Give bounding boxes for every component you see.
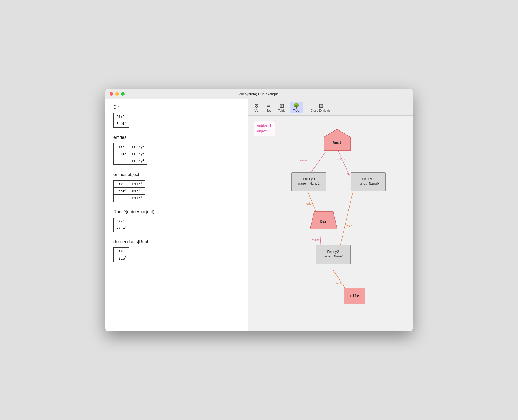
info-entries: entries: 3	[257, 123, 271, 129]
table-cell: File0	[114, 255, 129, 262]
table-label: Table	[278, 109, 285, 112]
section-label-entries-object: entries.object	[113, 172, 240, 177]
table-row: File0	[114, 255, 129, 262]
table-cell: Root0	[114, 187, 129, 194]
node-file: File	[344, 288, 365, 304]
txt-icon: ≡	[267, 103, 270, 108]
svg-text:Dir: Dir	[320, 219, 327, 224]
table-cell: Root0	[114, 120, 129, 127]
viz-icon: ⚙	[254, 103, 259, 108]
table-dir: Dir0 Root0	[113, 113, 129, 128]
table-cell: Dir0	[114, 143, 129, 150]
table-cell: Entry2	[129, 143, 147, 150]
table-cell: Root0	[114, 150, 129, 157]
table-row: Dir0 Entry2	[114, 143, 147, 150]
close-evaluator-icon: ⊞	[319, 103, 323, 108]
viz-button[interactable]: ⚙ Viz	[251, 102, 262, 113]
svg-text:Root: Root	[333, 141, 342, 145]
main-area: Dir Dir0 Root0 entries Dir0 Entry2 Root0…	[105, 99, 413, 331]
svg-text:entries: entries	[300, 159, 308, 162]
section-descendants-root: descendants[Root] Dir0 File0	[113, 239, 240, 262]
right-panel: ⚙ Viz ≡ Txt ⊞ Table 🌳 Tree ⊞	[248, 99, 413, 331]
svg-text:entries: entries	[337, 157, 345, 161]
table-row: Dir0	[114, 248, 129, 255]
tree-area: entries: 3 object: 3	[248, 116, 413, 331]
table-cell: File0	[129, 195, 145, 202]
table-row: Root0 Dir0	[114, 187, 145, 194]
table-cell: Dir0	[114, 113, 129, 120]
section-dir: Dir Dir0 Root0	[113, 105, 240, 128]
table-cell: Dir0	[129, 187, 145, 194]
svg-text:entries: entries	[312, 238, 319, 242]
table-entries-object: Dir0 File0 Root0 Dir0 File0	[113, 180, 145, 202]
section-label-entries: entries	[113, 135, 240, 140]
section-entries-object: entries.object Dir0 File0 Root0 Dir0 Fil…	[113, 172, 240, 202]
svg-text:object: object	[306, 202, 313, 205]
tree-label: Tree	[293, 109, 299, 112]
traffic-lights	[110, 92, 125, 96]
svg-line-5	[333, 269, 347, 291]
node-entry2: Entry2name: Name1	[316, 245, 351, 264]
node-entry0: Entry0name: Name1	[291, 172, 326, 191]
info-badge: entries: 3 object: 3	[254, 121, 275, 136]
table-entries: Dir0 Entry2 Root0 Entry0 Entry1	[113, 143, 147, 165]
svg-text:object: object	[334, 281, 341, 285]
table-row: Root0	[114, 120, 129, 127]
tree-button[interactable]: 🌳 Tree	[290, 102, 303, 113]
table-cell: Entry1	[129, 157, 147, 164]
table-row: File0	[114, 195, 145, 202]
table-cell: File0	[114, 225, 129, 232]
viz-label: Viz	[254, 109, 258, 112]
table-row: Entry1	[114, 157, 147, 164]
minimize-button[interactable]	[115, 92, 119, 96]
txt-label: Txt	[267, 109, 271, 112]
svg-marker-12	[324, 129, 351, 151]
toolbar-divider	[305, 103, 305, 112]
tree-icon: 🌳	[293, 103, 300, 108]
table-cell: File0	[129, 180, 145, 187]
table-button[interactable]: ⊞ Table	[275, 102, 288, 113]
close-button[interactable]	[110, 92, 113, 96]
svg-line-4	[340, 192, 353, 248]
maximize-button[interactable]	[121, 92, 125, 96]
window-title: (filesystem) Run example	[239, 92, 279, 96]
toolbar: ⚙ Viz ≡ Txt ⊞ Table 🌳 Tree ⊞	[248, 99, 413, 116]
table-descendants-root: Dir0 File0	[113, 247, 129, 262]
table-row: Root0 Entry0	[114, 150, 147, 157]
table-icon: ⊞	[279, 103, 284, 108]
app-window: (filesystem) Run example Dir Dir0 Root0 …	[105, 89, 413, 331]
table-row: Dir0 File0	[114, 180, 145, 187]
left-panel: Dir Dir0 Root0 entries Dir0 Entry2 Root0…	[105, 99, 248, 331]
close-evaluator-label: Close Evaluator	[311, 109, 332, 112]
table-row: File0	[114, 225, 129, 232]
node-root: Root	[324, 129, 351, 151]
close-evaluator-button[interactable]: ⊞ Close Evaluator	[308, 102, 335, 113]
svg-line-0	[309, 147, 329, 175]
table-row: Dir0	[114, 113, 129, 120]
svg-line-1	[336, 147, 349, 175]
section-entries: entries Dir0 Entry2 Root0 Entry0 Entry1	[113, 135, 240, 165]
table-root-entries-object: Dir0 File0	[113, 218, 129, 232]
node-dir: Dir	[310, 211, 337, 229]
svg-text:object: object	[346, 223, 353, 227]
text-cursor	[119, 274, 119, 278]
table-cell: Dir0	[114, 180, 129, 187]
table-cell: Entry0	[129, 150, 147, 157]
table-cell: Dir0	[114, 218, 129, 225]
svg-line-2	[308, 192, 316, 213]
txt-button[interactable]: ≡ Txt	[263, 102, 274, 113]
titlebar: (filesystem) Run example	[105, 89, 413, 99]
table-cell	[114, 195, 129, 202]
info-object: object: 3	[257, 129, 271, 134]
table-row: Dir0	[114, 218, 129, 225]
section-label-descendants-root: descendants[Root]	[113, 239, 240, 244]
input-area[interactable]	[113, 270, 240, 283]
section-label-root-entries-object: Root.^(entries.object)	[113, 209, 240, 214]
section-root-entries-object: Root.^(entries.object) Dir0 File0	[113, 209, 240, 232]
section-label-dir: Dir	[113, 105, 240, 110]
node-entry1: Entry1name: Name0	[351, 172, 386, 191]
table-cell	[114, 157, 129, 164]
table-cell: Dir0	[114, 248, 129, 255]
